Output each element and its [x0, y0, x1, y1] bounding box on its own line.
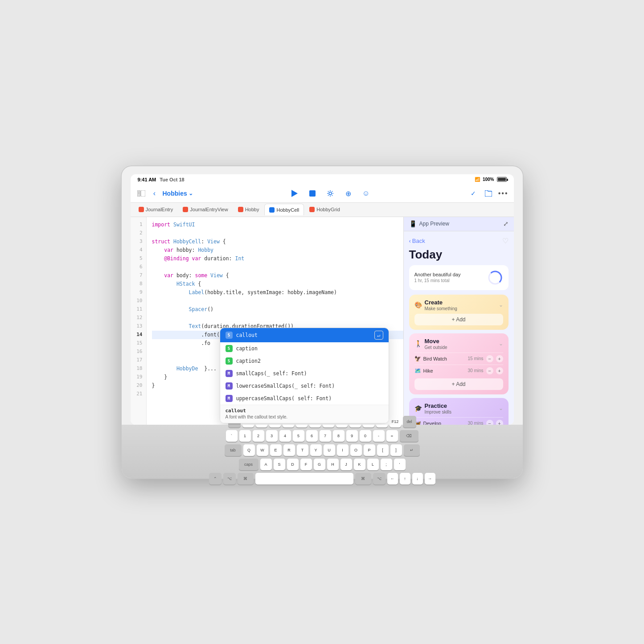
nav-title[interactable]: Hobbies ⌄ — [163, 190, 193, 197]
kb-rbracket[interactable]: ] — [390, 444, 402, 456]
autocomplete-item-caption[interactable]: S caption — [220, 342, 389, 355]
kb-h[interactable]: H — [327, 459, 339, 470]
preview-cursor-button[interactable]: ⤢ — [503, 220, 509, 227]
folder-button[interactable] — [483, 188, 494, 199]
kb-9[interactable]: 9 — [346, 430, 358, 442]
star-button[interactable]: ⊕ — [343, 188, 353, 199]
chevron-icon[interactable]: ⌄ — [499, 302, 503, 308]
kb-semicolon[interactable]: ; — [381, 459, 392, 470]
kb-6[interactable]: 6 — [306, 430, 318, 442]
play-button[interactable] — [289, 188, 300, 199]
back-button[interactable]: ‹ Back — [409, 238, 425, 244]
kb-7[interactable]: 7 — [320, 430, 331, 442]
autocomplete-popup[interactable]: S callout ↵ S caption S caption2 — [220, 328, 389, 423]
kb-alt[interactable]: ⌥ — [223, 473, 236, 484]
kb-cmd-right[interactable]: ⌘ — [355, 473, 371, 484]
autocomplete-item-caption2[interactable]: S caption2 — [220, 355, 389, 367]
tab-hobby-cell[interactable]: HobbyCell — [264, 204, 304, 215]
kb-8[interactable]: 8 — [333, 430, 345, 442]
kb-1[interactable]: 1 — [239, 430, 251, 442]
line-num-14: 14 — [136, 331, 142, 339]
kb-right[interactable]: → — [425, 473, 435, 484]
tab-journal-entry-view[interactable]: JournalEntryView — [178, 204, 232, 215]
autocomplete-item-uppercase-smallcaps[interactable]: M uppercaseSmallCaps( self: Font) — [220, 392, 389, 405]
activity-plus-button[interactable]: + — [496, 420, 503, 425]
activity-minus-button[interactable]: − — [486, 355, 493, 362]
kb-spacebar[interactable] — [255, 473, 353, 484]
kb-ctrl[interactable]: ⌃ — [209, 473, 222, 484]
autocomplete-item-lowercase-smallcaps[interactable]: M lowercaseSmallCaps(_ self: Font) — [220, 380, 389, 392]
kb-s[interactable]: S — [274, 459, 285, 470]
ipad-device: 9:41 AM Tue Oct 18 📶 100% — [122, 166, 523, 478]
kb-alt-right[interactable]: ⌥ — [373, 473, 386, 484]
kb-minus[interactable]: - — [373, 430, 385, 442]
kb-i[interactable]: I — [337, 444, 349, 456]
kb-3[interactable]: 3 — [266, 430, 278, 442]
create-add-button[interactable]: + Add — [414, 314, 503, 325]
check-button[interactable]: ✓ — [468, 188, 479, 199]
kb-u[interactable]: U — [324, 444, 335, 456]
kb-e[interactable]: E — [270, 444, 282, 456]
chevron-icon[interactable]: ⌄ — [499, 405, 503, 411]
ac-badge: M — [226, 370, 233, 377]
kb-t[interactable]: T — [297, 444, 308, 456]
activity-plus-button[interactable]: + — [496, 367, 503, 374]
move-add-button[interactable]: + Add — [414, 378, 503, 390]
ac-label: caption2 — [236, 358, 383, 364]
chevron-icon[interactable]: ⌄ — [499, 340, 503, 347]
kb-f[interactable]: F — [300, 459, 312, 470]
autocomplete-item-smallcaps[interactable]: M smallCaps(_ self: Font) — [220, 367, 389, 380]
kb-k[interactable]: K — [354, 459, 365, 470]
kb-delete[interactable]: del — [403, 416, 416, 427]
kb-o[interactable]: O — [350, 444, 362, 456]
back-button[interactable]: ‹ — [149, 188, 160, 199]
tab-hobby-grid[interactable]: HobbyGrid — [305, 204, 345, 215]
kb-f12[interactable]: F12 — [390, 416, 401, 427]
kb-g[interactable]: G — [314, 459, 325, 470]
more-button[interactable]: ••• — [498, 189, 509, 197]
kb-j[interactable]: J — [340, 459, 352, 470]
kb-lbracket[interactable]: [ — [377, 444, 389, 456]
autocomplete-item-callout-selected[interactable]: S callout ↵ — [220, 328, 389, 342]
kb-left[interactable]: ← — [387, 473, 398, 484]
ac-return-button[interactable]: ↵ — [374, 331, 383, 340]
kb-q[interactable]: Q — [243, 444, 255, 456]
face-button[interactable]: ☺ — [361, 188, 371, 199]
kb-quote[interactable]: ' — [394, 459, 406, 470]
settings-button[interactable] — [325, 188, 336, 199]
kb-cmd-left[interactable]: ⌘ — [238, 473, 254, 484]
kb-backspace[interactable]: ⌫ — [400, 430, 418, 442]
kb-d[interactable]: D — [287, 459, 299, 470]
sidebar-toggle-button[interactable] — [136, 188, 147, 199]
stop-button[interactable] — [307, 188, 318, 199]
kb-0[interactable]: 0 — [360, 430, 371, 442]
tab-hobby[interactable]: Hobby — [234, 204, 264, 215]
kb-w[interactable]: W — [257, 444, 268, 456]
kb-up[interactable]: ↑ — [400, 473, 410, 484]
kb-p[interactable]: P — [364, 444, 375, 456]
back-chevron: ‹ — [409, 238, 411, 244]
kb-equals[interactable]: = — [386, 430, 398, 442]
kb-return[interactable]: ↵ — [404, 444, 420, 456]
kb-down[interactable]: ↓ — [412, 473, 423, 484]
kb-l[interactable]: L — [367, 459, 379, 470]
activity-minus-button[interactable]: − — [486, 367, 493, 374]
activity-name-label: Hike — [423, 368, 433, 373]
heart-button[interactable]: ♡ — [502, 237, 509, 245]
summary-time: 1 hr, 15 mins total — [414, 278, 461, 283]
kb-backtick[interactable]: ` — [226, 430, 238, 442]
kb-2[interactable]: 2 — [253, 430, 264, 442]
tab-journal-entry[interactable]: JournalEntry — [134, 204, 178, 215]
wifi-icon: 📶 — [475, 177, 480, 182]
code-editor[interactable]: 1 2 3 4 5 6 7 8 9 10 11 — [131, 217, 403, 425]
kb-4[interactable]: 4 — [279, 430, 291, 442]
activity-plus-button[interactable]: + — [496, 355, 503, 362]
kb-a[interactable]: A — [260, 459, 272, 470]
kb-caps[interactable]: caps — [239, 459, 258, 470]
activity-minus-button[interactable]: − — [486, 420, 493, 425]
kb-5[interactable]: 5 — [293, 430, 304, 442]
kb-r[interactable]: R — [283, 444, 295, 456]
line-num-17: 17 — [136, 356, 142, 365]
kb-y[interactable]: Y — [310, 444, 322, 456]
kb-tab[interactable]: tab — [225, 444, 242, 456]
